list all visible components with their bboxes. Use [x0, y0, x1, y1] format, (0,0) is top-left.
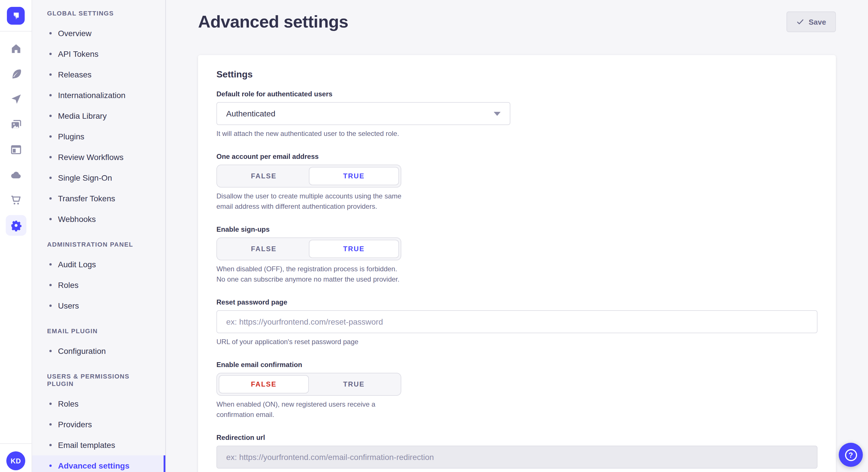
field-default-role: Default role for authenticated users Aut…: [216, 90, 817, 139]
sidebar-item-webhooks[interactable]: Webhooks: [32, 209, 165, 229]
home-icon[interactable]: [5, 38, 26, 59]
bullet-icon: [50, 465, 52, 467]
bullet-icon: [50, 218, 52, 220]
toggle-option-true[interactable]: TRUE: [309, 240, 399, 258]
default-role-select[interactable]: Authenticated: [216, 102, 510, 125]
bullet-icon: [50, 305, 52, 307]
sidebar-item-label: Users: [58, 301, 79, 310]
sidebar-nav: Global SettingsOverviewAPI TokensRelease…: [32, 0, 166, 472]
field-label: Reset password page: [216, 298, 817, 307]
main-header: Advanced settings Save: [166, 0, 868, 33]
sidebar-item-releases[interactable]: Releases: [32, 64, 165, 85]
field-enable-sign-ups: Enable sign-ups FALSE TRUE When disabled…: [216, 225, 817, 284]
sidebar-section-header: Administration Panel: [47, 241, 156, 248]
settings-gear-icon[interactable]: [5, 215, 26, 236]
sidebar-item-label: Releases: [58, 70, 92, 79]
sidebar-item-label: Media Library: [58, 111, 107, 121]
cloud-icon[interactable]: [5, 165, 26, 185]
sidebar-item-label: Advanced settings: [58, 461, 129, 470]
bullet-icon: [50, 444, 52, 446]
app-window: KD Global SettingsOverviewAPI TokensRele…: [0, 0, 868, 472]
toggle-option-false[interactable]: FALSE: [219, 167, 309, 186]
sidebar-item-providers[interactable]: Providers: [32, 414, 165, 435]
avatar[interactable]: KD: [6, 451, 25, 470]
sidebar-item-media-library[interactable]: Media Library: [32, 105, 165, 126]
sidebar-section-header: Users & Permissions Plugin: [47, 373, 156, 388]
sidebar-item-label: Review Workflows: [58, 153, 123, 162]
sidebar-item-label: Webhooks: [58, 214, 96, 224]
sidebar-item-overview[interactable]: Overview: [32, 23, 165, 43]
sidebar-item-api-tokens[interactable]: API Tokens: [32, 43, 165, 64]
select-value: Authenticated: [226, 109, 275, 118]
sidebar-section-header: Email Plugin: [47, 328, 156, 335]
field-label: Default role for authenticated users: [216, 90, 817, 99]
field-label: One account per email address: [216, 153, 817, 162]
toggle-option-false[interactable]: FALSE: [219, 375, 309, 394]
toggle-option-true[interactable]: TRUE: [309, 167, 399, 186]
sidebar-item-label: Providers: [58, 420, 92, 429]
bullet-icon: [50, 135, 52, 138]
sidebar-item-label: Single Sign-On: [58, 173, 112, 182]
feather-icon[interactable]: [5, 64, 26, 84]
bullet-icon: [50, 197, 52, 200]
field-hint: URL of your application's reset password…: [216, 337, 817, 347]
toggle-option-true[interactable]: TRUE: [309, 375, 399, 394]
redirection-url-input: [216, 446, 817, 469]
sidebar-item-email-templates[interactable]: Email templates: [32, 435, 165, 456]
field-enable-email-confirmation: Enable email confirmation FALSE TRUE Whe…: [216, 361, 817, 420]
sidebar-item-roles[interactable]: Roles: [32, 394, 165, 414]
chevron-down-icon: [494, 111, 501, 115]
sidebar-item-transfer-tokens[interactable]: Transfer Tokens: [32, 188, 165, 209]
sidebar-item-users[interactable]: Users: [32, 295, 165, 316]
field-label: Redirection url: [216, 434, 817, 442]
save-button-label: Save: [809, 18, 826, 26]
bullet-icon: [50, 350, 52, 352]
bullet-icon: [50, 403, 52, 405]
sidebar-item-configuration[interactable]: Configuration: [32, 341, 165, 361]
field-label: Enable email confirmation: [216, 361, 817, 370]
sidebar-item-roles[interactable]: Roles: [32, 275, 165, 295]
sidebar-item-single-sign-on[interactable]: Single Sign-On: [32, 167, 165, 188]
media-library-icon[interactable]: [5, 114, 26, 135]
sidebar-item-label: Internationalization: [58, 91, 125, 100]
bullet-icon: [50, 53, 52, 55]
rail-footer: KD: [0, 443, 32, 472]
field-redirection-url: Redirection url: [216, 434, 817, 469]
layout-panel-icon[interactable]: [5, 139, 26, 160]
field-one-account-per-email: One account per email address FALSE TRUE…: [216, 153, 817, 212]
strapi-logo-icon[interactable]: [7, 7, 25, 25]
toggle-option-false[interactable]: FALSE: [219, 240, 309, 258]
sidebar-item-internationalization[interactable]: Internationalization: [32, 85, 165, 105]
sidebar-item-audit-logs[interactable]: Audit Logs: [32, 254, 165, 275]
reset-password-input[interactable]: [216, 310, 817, 333]
one-account-toggle: FALSE TRUE: [216, 165, 401, 188]
sidebar-item-advanced-settings[interactable]: Advanced settings: [32, 456, 165, 472]
field-hint: It will attach the new authenticated use…: [216, 129, 817, 139]
bullet-icon: [50, 263, 52, 266]
bullet-icon: [50, 94, 52, 96]
field-hint: Disallow the user to create multiple acc…: [216, 192, 407, 212]
bullet-icon: [50, 284, 52, 286]
save-button[interactable]: Save: [786, 11, 836, 32]
shopping-cart-icon[interactable]: [5, 190, 26, 210]
sidebar-item-label: Transfer Tokens: [58, 194, 115, 203]
sidebar-item-label: Roles: [58, 280, 79, 290]
logo-container: [0, 0, 32, 32]
sidebar-item-plugins[interactable]: Plugins: [32, 126, 165, 147]
settings-card: Settings Default role for authenticated …: [198, 55, 836, 472]
sidebar-item-label: Overview: [58, 29, 92, 38]
sidebar-item-label: Audit Logs: [58, 260, 96, 269]
sidebar-item-label: Roles: [58, 399, 79, 408]
sidebar-item-review-workflows[interactable]: Review Workflows: [32, 147, 165, 167]
sign-ups-toggle: FALSE TRUE: [216, 237, 401, 260]
field-reset-password-page: Reset password page URL of your applicat…: [216, 298, 817, 347]
paper-plane-icon[interactable]: [5, 89, 26, 109]
email-confirmation-toggle: FALSE TRUE: [216, 373, 401, 396]
sidebar-section-header: Global Settings: [47, 10, 156, 17]
bullet-icon: [50, 156, 52, 158]
bullet-icon: [50, 423, 52, 426]
help-button[interactable]: ?: [839, 443, 863, 467]
field-hint: When disabled (OFF), the registration pr…: [216, 264, 407, 284]
bullet-icon: [50, 177, 52, 179]
rail-nav: [5, 32, 26, 236]
